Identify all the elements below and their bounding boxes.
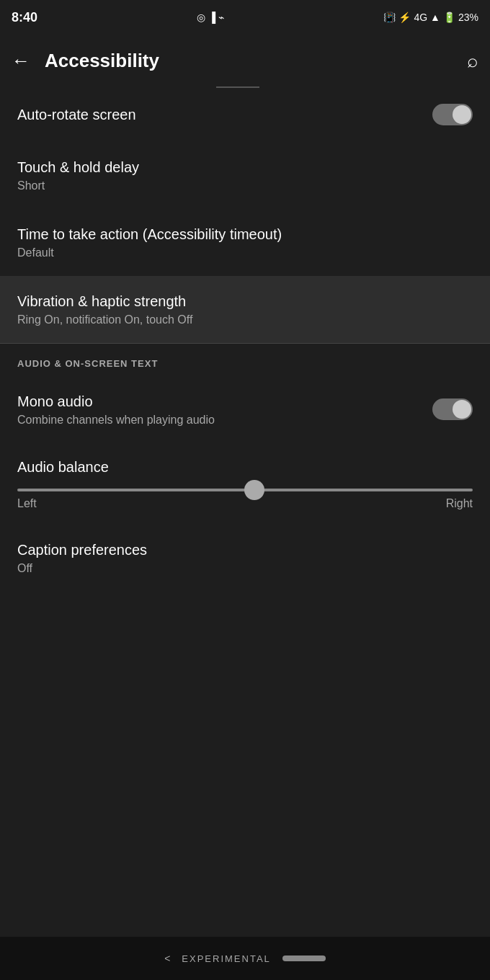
slider-labels: Left Right — [17, 497, 473, 510]
slider-wrapper — [17, 481, 473, 491]
signal-bars-icon: ▐ — [208, 12, 215, 23]
mono-audio-text: Mono audio Combine channels when playing… — [17, 392, 432, 427]
bottom-pill — [282, 956, 326, 961]
auto-rotate-title: Auto-rotate screen — [17, 105, 432, 124]
usb-icon: ⌁ — [218, 12, 224, 23]
time-action-item[interactable]: Time to take action (Accessibility timeo… — [0, 209, 490, 276]
touch-hold-item[interactable]: Touch & hold delay Short — [0, 142, 490, 209]
bottom-bar: < EXPERIMENTAL — [0, 937, 490, 980]
network-signal-icon: ▲ — [430, 12, 440, 23]
audio-balance-slider-container: Left Right — [0, 481, 490, 525]
touch-hold-title: Touch & hold delay — [17, 158, 473, 177]
vibrate-icon: 📳 — [383, 12, 396, 23]
status-icons: ◎ ▐ ⌁ — [197, 12, 224, 23]
bottom-back-icon: < — [164, 953, 170, 964]
slider-thumb[interactable] — [244, 480, 264, 500]
audio-section-header: AUDIO & ON-SCREEN TEXT — [0, 344, 490, 376]
auto-rotate-item[interactable]: Auto-rotate screen — [0, 88, 490, 142]
circle-icon: ◎ — [197, 12, 205, 23]
vibration-haptic-subtitle: Ring On, notification On, touch Off — [17, 313, 473, 326]
back-button[interactable]: ← — [12, 50, 30, 72]
settings-list: Auto-rotate screen Touch & hold delay Sh… — [0, 88, 490, 343]
mono-audio-title: Mono audio — [17, 392, 432, 411]
network-label: 4G — [414, 12, 427, 23]
touch-hold-subtitle: Short — [17, 179, 473, 192]
auto-rotate-toggle-knob — [453, 105, 471, 124]
mono-audio-toggle-knob — [453, 400, 471, 419]
page-title: Accessibility — [45, 50, 467, 72]
vibration-haptic-title: Vibration & haptic strength — [17, 292, 473, 311]
vibration-haptic-text: Vibration & haptic strength Ring On, not… — [17, 292, 473, 326]
battery-icon: 🔋 — [443, 12, 455, 23]
app-bar: ← Accessibility ⌕ — [0, 35, 490, 86]
time-action-text: Time to take action (Accessibility timeo… — [17, 225, 473, 259]
signal-icon: ⚡ — [398, 12, 411, 23]
status-time: 8:40 — [12, 10, 37, 25]
mono-audio-toggle[interactable] — [432, 398, 473, 420]
slider-right-label: Right — [446, 497, 473, 510]
caption-preferences-subtitle: Off — [17, 562, 473, 575]
status-right-icons: 📳 ⚡ 4G ▲ 🔋 23% — [383, 12, 478, 23]
search-button[interactable]: ⌕ — [467, 50, 478, 72]
audio-balance-title: Audio balance — [0, 443, 490, 481]
auto-rotate-toggle[interactable] — [432, 104, 473, 125]
mono-audio-item[interactable]: Mono audio Combine channels when playing… — [0, 376, 490, 443]
battery-percent: 23% — [458, 12, 478, 23]
status-bar: 8:40 ◎ ▐ ⌁ 📳 ⚡ 4G ▲ 🔋 23% — [0, 0, 490, 35]
auto-rotate-text: Auto-rotate screen — [17, 105, 432, 124]
touch-hold-text: Touch & hold delay Short — [17, 158, 473, 192]
slider-track — [17, 489, 473, 491]
time-action-title: Time to take action (Accessibility timeo… — [17, 225, 473, 244]
caption-preferences-item[interactable]: Caption preferences Off — [0, 525, 490, 592]
slider-left-label: Left — [17, 497, 37, 510]
mono-audio-subtitle: Combine channels when playing audio — [17, 414, 432, 427]
time-action-subtitle: Default — [17, 246, 473, 259]
caption-preferences-title: Caption preferences — [17, 540, 473, 559]
caption-preferences-text: Caption preferences Off — [17, 540, 473, 575]
bottom-bar-label: EXPERIMENTAL — [182, 953, 270, 964]
vibration-haptic-item[interactable]: Vibration & haptic strength Ring On, not… — [0, 276, 490, 343]
